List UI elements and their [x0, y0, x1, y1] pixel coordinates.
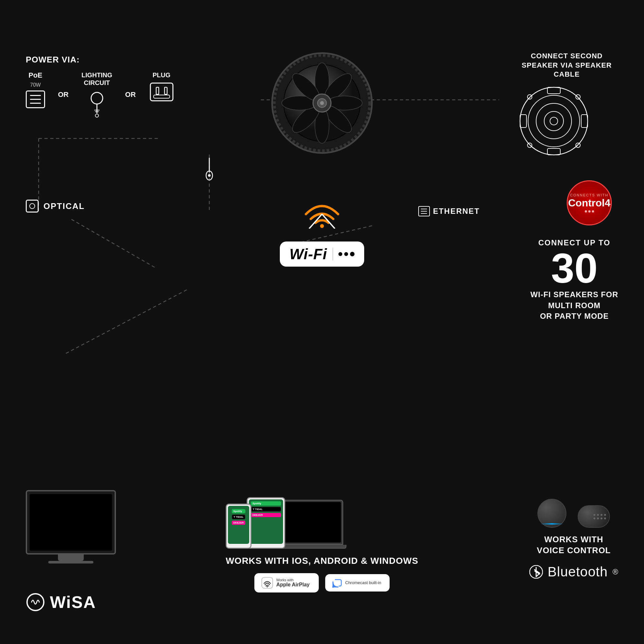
laptop-device-icon — [279, 500, 343, 545]
sp-dot-3 — [601, 514, 602, 516]
tv-monitor-icon — [26, 490, 116, 554]
sp-dot-2 — [597, 514, 599, 516]
smart-speakers-row — [529, 499, 618, 528]
c4-dot-2 — [588, 210, 591, 213]
spotify-icon: Spotify — [232, 509, 246, 513]
svg-point-30 — [320, 101, 324, 105]
av-connector — [200, 158, 219, 185]
power-items-row: PoE 70W OR LIGHTINGCIRCUIT — [26, 71, 175, 118]
ethernet-icon-sm — [418, 206, 430, 216]
power-title: POWER VIA: — [26, 55, 175, 65]
bluetooth-icon — [529, 565, 543, 579]
wifi-signal-icon — [299, 193, 345, 229]
svg-rect-39 — [520, 115, 526, 128]
control4-dots — [585, 210, 594, 213]
sp-dot-4 — [604, 514, 606, 516]
wisa-ring-icon — [26, 592, 45, 612]
optical-inner-icon — [29, 203, 35, 209]
second-speaker-section: CONNECT SECOND SPEAKER VIA SPEAKER CABLE — [518, 52, 615, 158]
deezer-icon: DEEZER — [232, 521, 246, 525]
wifi-dot-3 — [350, 252, 355, 256]
speaker-svg — [270, 52, 374, 155]
svg-rect-15 — [154, 95, 170, 98]
lighting-circuit-item: LIGHTINGCIRCUIT — [81, 71, 112, 118]
wall-plug-icon — [149, 81, 175, 102]
plug-label: PLUG — [153, 71, 171, 79]
plug-item: PLUG — [149, 71, 175, 102]
devices-section: Spotify T TIDAL DEEZER Spotify T TIDAL D… — [226, 497, 418, 592]
tablet-tidal-icon: T TIDAL — [251, 507, 281, 512]
svg-rect-42 — [547, 148, 560, 155]
wifi-center: Wi-Fi — [280, 193, 364, 267]
sp-dot-5 — [593, 517, 595, 519]
chromecast-icon — [332, 578, 342, 588]
speaker-dot-row-2 — [593, 517, 606, 519]
chromecast-label: Chromecast built-in — [345, 580, 381, 585]
lighting-circuit-label: LIGHTINGCIRCUIT — [81, 71, 112, 87]
av-cable-icon — [200, 158, 219, 184]
svg-point-47 — [320, 224, 324, 228]
bluetooth-trademark: ® — [612, 567, 618, 576]
poe-item: PoE 70W — [26, 71, 45, 108]
wifi-dot-1 — [338, 252, 342, 256]
optical-icon — [26, 200, 39, 213]
tablet-screen: Spotify T TIDAL DEEZER — [249, 499, 283, 544]
connect-second-title: CONNECT SECOND SPEAKER VIA SPEAKER CABLE — [518, 52, 615, 79]
wifi-box: Wi-Fi — [280, 241, 364, 267]
eth-line-1 — [421, 209, 427, 209]
tablet-spotify-icon: Spotify — [251, 501, 281, 506]
tv-section — [26, 490, 116, 563]
laptop-base — [276, 545, 346, 549]
badge-row: Works with Apple AirPlay Chromecast buil… — [226, 573, 418, 592]
tv-screen — [30, 494, 112, 551]
second-speaker-icon — [518, 86, 589, 156]
c4-dot-1 — [585, 210, 587, 213]
phone-screen: Spotify T TIDAL DEEZER — [228, 506, 249, 544]
bluetooth-label: Bluetooth — [548, 564, 608, 580]
ethernet-line-1 — [30, 95, 41, 96]
wifi-dots — [338, 252, 355, 256]
ethernet-line-2 — [30, 99, 41, 100]
app-icons: Spotify T TIDAL DEEZER — [231, 508, 247, 526]
wifi-dot-2 — [344, 252, 348, 256]
airplay-text-group: Works with Apple AirPlay — [276, 578, 309, 588]
sp-dot-6 — [597, 517, 599, 519]
echo-dot-2-icon — [578, 505, 610, 528]
laptop-container — [282, 500, 346, 549]
speaker-dot-row-1 — [593, 514, 606, 516]
svg-point-38 — [550, 117, 558, 125]
works-with-voice-label: WORKS WITHVOICE CONTROL — [529, 534, 618, 556]
tv-base — [48, 561, 93, 563]
svg-point-37 — [544, 111, 563, 131]
airplay-brand-text: Apple AirPlay — [276, 582, 309, 588]
sp-dot-8 — [604, 517, 606, 519]
svg-point-36 — [536, 103, 572, 139]
speaker-dots-pattern — [593, 514, 606, 519]
svg-point-11 — [95, 114, 99, 117]
laptop-screen — [281, 502, 341, 543]
svg-rect-40 — [581, 115, 588, 128]
eth-line-2 — [421, 211, 427, 212]
airplay-icon — [261, 577, 273, 589]
connect-second-speaker-label: CONNECT SECOND SPEAKER VIA SPEAKER CABLE — [518, 52, 615, 79]
or-text-1: OR — [58, 71, 69, 99]
connect-30-number: 30 — [530, 247, 618, 289]
voice-control-section: WORKS WITHVOICE CONTROL Bluetooth ® — [529, 499, 618, 580]
c4-dot-3 — [592, 210, 594, 213]
svg-line-5 — [71, 219, 155, 267]
svg-point-34 — [520, 87, 588, 155]
svg-line-6 — [64, 290, 187, 354]
svg-rect-13 — [156, 87, 159, 94]
or-text-2: OR — [125, 71, 136, 99]
airplay-works-with-text: Works with — [276, 578, 309, 582]
devices-illustration: Spotify T TIDAL DEEZER Spotify T TIDAL D… — [226, 497, 418, 549]
connect-30-subtitle: WI-FI SPEAKERS FORMULTI ROOMOR PARTY MOD… — [530, 289, 618, 322]
airplay-badge: Works with Apple AirPlay — [254, 573, 319, 592]
tablet-deezer-icon: DEEZER — [251, 513, 281, 517]
svg-rect-14 — [165, 87, 167, 94]
main-container: POWER VIA: PoE 70W OR LIGHTINGCIRCUIT — [0, 0, 644, 644]
svg-point-33 — [208, 174, 211, 177]
tidal-icon: T TIDAL — [232, 515, 246, 519]
control4-connects-with: CONNECTS WITH — [570, 193, 609, 197]
lightbulb-icon — [89, 89, 105, 118]
